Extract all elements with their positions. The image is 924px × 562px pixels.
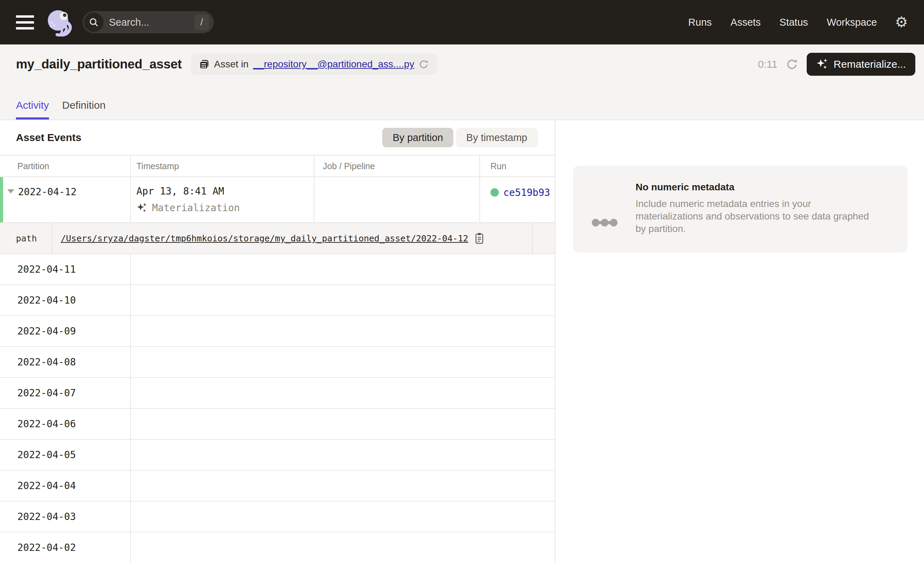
rematerialize-label: Rematerialize...: [834, 59, 906, 70]
asset-page-header: my_daily_partitioned_asset A: [0, 45, 924, 120]
asset-in-badge: Asset in __repository__@partitioned_ass.…: [191, 54, 437, 75]
partition-value: 2022-04-08: [0, 347, 131, 377]
run-link[interactable]: ce519b93: [503, 187, 550, 198]
nav-link-assets[interactable]: Assets: [730, 17, 761, 28]
dagster-logo[interactable]: [45, 8, 74, 36]
partition-row[interactable]: 2022-04-08: [0, 347, 555, 378]
run-status-dot: [490, 188, 499, 197]
tab-activity[interactable]: Activity: [16, 99, 49, 119]
no-numeric-metadata-card: No numeric metadata Include numeric meta…: [573, 166, 908, 252]
page-title: my_daily_partitioned_asset: [16, 57, 182, 72]
table-row-expanded[interactable]: 2022-04-12 Apr 13, 8:41 AM Materializati…: [0, 177, 555, 223]
primary-nav: Runs Assets Status Workspace: [688, 17, 877, 28]
partition-value: 2022-04-02: [0, 532, 131, 562]
partition-row[interactable]: 2022-04-06: [0, 409, 555, 440]
column-header-job-pipeline: Job / Pipeline: [315, 156, 480, 176]
copy-clipboard-icon[interactable]: [474, 232, 484, 244]
nav-link-runs[interactable]: Runs: [688, 17, 712, 28]
slash-shortcut-badge: /: [194, 14, 209, 30]
metadata-row: path /Users/sryza/dagster/tmp6hmkoios/st…: [0, 223, 555, 254]
metadata-row-end-cell: [533, 223, 555, 254]
partition-value: 2022-04-10: [0, 285, 131, 316]
partition-row[interactable]: 2022-04-11: [0, 254, 555, 285]
events-table-header: Partition Timestamp Job / Pipeline Run: [0, 155, 555, 177]
top-navbar: / Runs Assets Status Workspace ⚙: [0, 0, 924, 45]
dagster-asset-page: / Runs Assets Status Workspace ⚙ my_dail…: [0, 0, 924, 562]
partition-value: 2022-04-12: [18, 186, 77, 222]
materialization-sparkle-icon: [136, 203, 147, 213]
partition-metadata-panel: No numeric metadata Include numeric meta…: [555, 120, 924, 562]
rematerialize-button[interactable]: Rematerialize...: [807, 53, 915, 76]
asset-tabs: Activity Definition: [16, 99, 105, 119]
nav-link-workspace[interactable]: Workspace: [827, 17, 877, 28]
events-view-toggle: By partition By timestamp: [382, 128, 538, 147]
search-input[interactable]: [108, 17, 183, 29]
partition-value: 2022-04-05: [0, 440, 131, 470]
partition-row[interactable]: 2022-04-10: [0, 285, 555, 316]
settings-gear-icon[interactable]: ⚙: [895, 15, 908, 30]
by-timestamp-button[interactable]: By timestamp: [456, 128, 538, 147]
partition-row[interactable]: 2022-04-07: [0, 378, 555, 409]
partition-row[interactable]: 2022-04-05: [0, 440, 555, 471]
tab-definition[interactable]: Definition: [62, 99, 105, 119]
refresh-icon[interactable]: [786, 58, 798, 71]
refresh-countdown: 0:11: [758, 59, 777, 70]
octopus-logo-icon: [45, 8, 74, 36]
partition-row[interactable]: 2022-04-09: [0, 316, 555, 347]
graphed-dots-icon: [591, 193, 618, 252]
partition-row[interactable]: 2022-04-04: [0, 471, 555, 502]
partition-value: 2022-04-11: [0, 254, 131, 284]
column-header-run: Run: [480, 156, 555, 176]
partition-value: 2022-04-07: [0, 378, 131, 408]
empty-state-title: No numeric metadata: [636, 182, 879, 193]
metadata-key: path: [0, 223, 52, 254]
reload-icon[interactable]: [418, 59, 429, 69]
column-header-partition: Partition: [0, 156, 131, 176]
partition-value: 2022-04-03: [0, 502, 131, 532]
partition-value: 2022-04-04: [0, 471, 131, 501]
metadata-path-link[interactable]: /Users/sryza/dagster/tmp6hmkoios/storage…: [61, 233, 468, 243]
column-header-timestamp: Timestamp: [131, 156, 315, 176]
event-type-label: Materialization: [152, 202, 240, 213]
search-box[interactable]: /: [82, 11, 214, 33]
asset-events-section: Asset Events By partition By timestamp P…: [0, 120, 555, 562]
empty-state-body: Include numeric metadata entries in your…: [636, 198, 879, 235]
asset-group-icon: [198, 59, 210, 70]
by-partition-button[interactable]: By partition: [382, 128, 453, 147]
partition-value: 2022-04-06: [0, 409, 131, 439]
partition-row[interactable]: 2022-04-02: [0, 532, 555, 562]
job-pipeline-cell: [315, 177, 480, 222]
partition-status-bar: [0, 177, 3, 222]
sparkle-icon: [816, 58, 828, 71]
asset-in-label: Asset in: [214, 59, 249, 70]
menu-icon[interactable]: [16, 15, 34, 30]
nav-link-status[interactable]: Status: [780, 17, 808, 28]
event-timestamp: Apr 13, 8:41 AM: [136, 185, 314, 197]
search-icon: [84, 12, 104, 32]
collapse-caret-icon[interactable]: [7, 189, 14, 194]
asset-events-heading: Asset Events: [16, 132, 81, 143]
partition-row[interactable]: 2022-04-03: [0, 502, 555, 532]
repository-link[interactable]: __repository__@partitioned_ass....py: [253, 59, 414, 70]
partition-value: 2022-04-09: [0, 316, 131, 346]
